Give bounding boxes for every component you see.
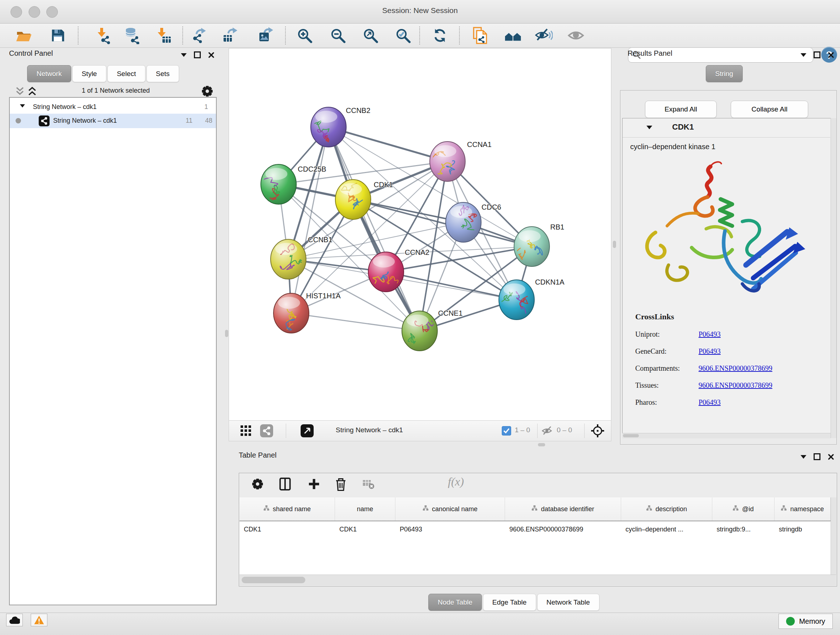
crosslink-link[interactable]: P06493	[699, 398, 721, 407]
grid-view-button[interactable]	[240, 425, 251, 437]
node-CCNB2[interactable]	[311, 107, 346, 147]
collapse-panel-icon[interactable]	[181, 53, 187, 57]
save-session-button[interactable]	[48, 25, 68, 46]
delete-table-button-disabled[interactable]	[360, 477, 376, 492]
edge-CCNB2-CCNA1[interactable]	[328, 127, 447, 162]
network-canvas[interactable]: CCNB2CCNA1CDC25BCDK1CDC6RB1CCNB1CCNA2CDK…	[229, 48, 611, 421]
edge-CCNA2-CDKN1A[interactable]	[386, 272, 516, 300]
tab-network[interactable]: Network	[27, 65, 71, 82]
close-panel-icon[interactable]	[828, 52, 834, 58]
left-splitter-handle[interactable]	[225, 330, 228, 337]
export-image-button[interactable]	[256, 25, 276, 46]
hide-selected-button[interactable]	[534, 25, 554, 46]
node-RB1[interactable]	[514, 226, 549, 266]
network-graph[interactable]: CCNB2CCNA1CDC25BCDK1CDC6RB1CCNB1CCNA2CDK…	[229, 49, 611, 420]
collapse-panel-icon[interactable]	[801, 53, 806, 57]
table-cell[interactable]: cyclin–dependent ...	[621, 521, 712, 537]
tab-edge-table[interactable]: Edge Table	[483, 594, 536, 611]
float-panel-icon[interactable]	[813, 453, 821, 460]
function-builder-button[interactable]: f(x)	[448, 475, 464, 488]
float-panel-icon[interactable]	[813, 51, 821, 58]
crosslink-link[interactable]: P06493	[699, 347, 721, 356]
collection-expand-icon[interactable]	[20, 104, 25, 108]
tab-node-table[interactable]: Node Table	[428, 594, 482, 611]
fit-content-button[interactable]	[591, 424, 605, 439]
node-CCNE1[interactable]	[402, 311, 437, 351]
table-cell[interactable]: stringdb:9...	[712, 521, 775, 537]
first-neighbors-button[interactable]	[504, 25, 523, 46]
node-CDC25B[interactable]	[258, 165, 296, 204]
node-HIST1H1A[interactable]	[273, 293, 309, 334]
table-horizontal-scrollbar[interactable]	[240, 575, 836, 585]
delete-columns-button[interactable]	[333, 477, 349, 492]
table-cell[interactable]: P06493	[395, 521, 505, 537]
export-network-button[interactable]	[189, 25, 209, 46]
tab-select[interactable]: Select	[107, 65, 145, 82]
crosslink-link[interactable]: 9606.ENSP00000378699	[699, 381, 772, 390]
zoom-out-button[interactable]	[328, 25, 347, 46]
column-header-name[interactable]: name	[335, 497, 395, 521]
zoom-in-button[interactable]	[295, 25, 314, 46]
import-network-database-button[interactable]	[123, 25, 142, 46]
table-hscroll-thumb[interactable]	[242, 577, 305, 583]
cloud-status-button[interactable]	[6, 614, 23, 626]
table-vertical-scrollbar[interactable]	[831, 497, 836, 575]
column-header-canonical-name[interactable]: canonical name	[395, 497, 505, 521]
show-columns-button[interactable]	[277, 477, 293, 492]
edge-CCNB2-CCNE1[interactable]	[328, 127, 420, 331]
memory-button[interactable]: Memory	[778, 614, 833, 629]
network-collection-row[interactable]: String Network – cdk1 1	[10, 101, 216, 114]
column-header-description[interactable]: description	[621, 497, 712, 521]
table-row[interactable]: CDK1CDK1P064939606.ENSP00000378699cyclin…	[240, 521, 831, 537]
results-vertical-scrollbar[interactable]	[831, 118, 836, 438]
import-table-button[interactable]	[154, 25, 174, 46]
column-header-shared-name[interactable]: shared name	[240, 497, 335, 521]
column-header-database-identifier[interactable]: database identifier	[505, 497, 621, 521]
table-cell[interactable]: 9606.ENSP00000378699	[505, 521, 621, 537]
collapse-panel-icon[interactable]	[801, 455, 806, 459]
float-panel-icon[interactable]	[194, 51, 201, 58]
table-options-button[interactable]	[249, 477, 265, 492]
warning-status-button[interactable]	[31, 614, 47, 626]
tab-style[interactable]: Style	[73, 65, 106, 82]
tab-sets[interactable]: Sets	[147, 65, 179, 82]
tab-string[interactable]: String	[706, 65, 743, 82]
export-table-button[interactable]	[221, 25, 240, 46]
node-CCNB1[interactable]	[271, 239, 306, 279]
column-header-namespace[interactable]: namespace	[775, 497, 831, 521]
close-panel-icon[interactable]	[828, 454, 834, 460]
protein-expand-icon[interactable]	[646, 126, 652, 129]
clone-network-button[interactable]	[470, 25, 490, 46]
results-hscroll-thumb[interactable]	[623, 434, 639, 437]
node-CCNA2[interactable]	[368, 252, 404, 292]
column-header-@id[interactable]: @id	[712, 497, 775, 521]
create-column-button[interactable]	[306, 477, 322, 492]
network-row-selected[interactable]: String Network – cdk1 11 48	[10, 114, 216, 128]
open-session-button[interactable]	[14, 25, 34, 46]
node-CDKN1A[interactable]	[499, 280, 534, 320]
node-CDK1[interactable]	[335, 180, 371, 219]
table-cell[interactable]: stringdb	[775, 521, 831, 537]
collapse-all-button[interactable]: Collapse All	[731, 101, 808, 118]
table-cell[interactable]: CDK1	[335, 521, 395, 537]
import-network-file-button[interactable]	[94, 25, 114, 46]
show-all-button[interactable]	[567, 25, 586, 46]
network-options-gear-icon[interactable]	[201, 85, 214, 98]
expand-all-button[interactable]: Expand All	[645, 101, 717, 118]
edge-CDK1-RB1[interactable]	[353, 200, 532, 247]
selected-checkbox-icon[interactable]	[502, 426, 511, 435]
expand-all-networks-icon[interactable]	[26, 86, 38, 97]
results-horizontal-scrollbar[interactable]	[622, 433, 831, 439]
hidden-eye-slash-icon[interactable]	[542, 426, 554, 436]
node-CCNA1[interactable]	[430, 141, 465, 181]
crosslink-link[interactable]: 9606.ENSP00000378699	[699, 364, 772, 372]
apply-layout-button[interactable]	[430, 25, 450, 46]
horizontal-splitter-handle[interactable]	[538, 443, 545, 447]
collapse-all-networks-icon[interactable]	[14, 86, 26, 97]
table-cell[interactable]: CDK1	[240, 521, 335, 537]
crosslink-link[interactable]: P06493	[699, 330, 721, 339]
zoom-fit-button[interactable]	[361, 25, 380, 46]
birds-eye-view-button[interactable]	[301, 424, 314, 439]
tab-network-table[interactable]: Network Table	[537, 594, 600, 611]
zoom-selected-button[interactable]	[393, 25, 413, 46]
